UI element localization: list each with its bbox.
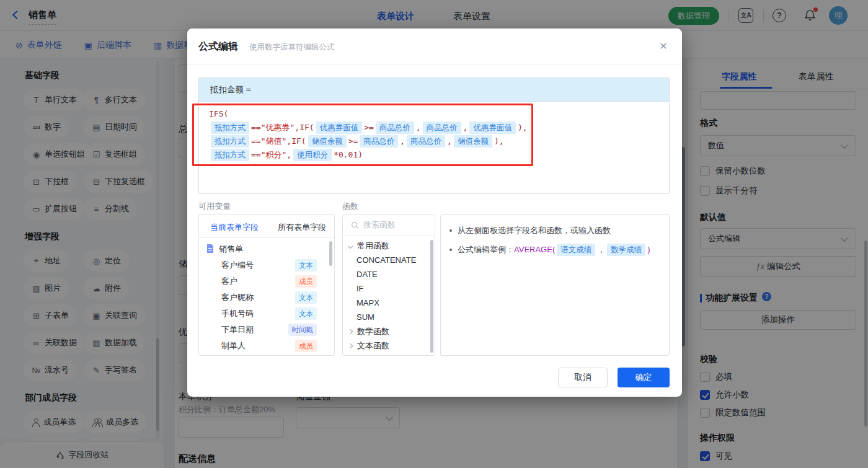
dialog-title: 公式编辑 [198, 40, 238, 53]
functions-scrollbar-thumb[interactable] [430, 240, 433, 353]
formula-string: "积分" [261, 148, 287, 162]
formula-code-text: == [251, 135, 261, 148]
formula-code-text: ), [494, 135, 504, 148]
variables-root-label: 销售单 [219, 244, 243, 255]
formula-code-text: , [286, 148, 291, 162]
tip-item: 从左侧面板选择字段名和函数，或输入函数 [450, 224, 660, 237]
field-chip: 语文成绩 [557, 244, 595, 256]
variables-panel: 当前表单字段 所有表单字段 销售单客户编号文本客户成员客户昵称文本手机号码文本下… [198, 214, 335, 356]
variable-row[interactable]: 手机号码文本 [199, 306, 334, 322]
function-item[interactable]: DATE [343, 267, 435, 281]
formula-line: 抵扣方式=="优惠券",IF(优惠券面值>=商品总价,商品总价,优惠券面值), [209, 121, 659, 135]
formula-code-text: IFS( [209, 107, 228, 121]
formula-edit-dialog: 公式编辑 使用数字运算符编辑公式 × 抵扣金额 = IFS(抵扣方式=="优惠券… [187, 29, 682, 397]
field-chip[interactable]: 商品总价 [407, 135, 445, 148]
formula-tips-panel: 从左侧面板选择字段名和函数，或输入函数公式编辑举例：AVERAGE(语文成绩，数… [440, 214, 670, 356]
field-chip[interactable]: 抵扣方式 [211, 135, 249, 148]
variable-type-badge: 成员 [295, 340, 317, 352]
field-chip: 数学成绩 [607, 244, 645, 256]
field-chip[interactable]: 抵扣方式 [211, 121, 249, 134]
function-search-input[interactable]: 搜索函数 [343, 215, 435, 236]
functions-tree: 常用函数CONCATENATEDATEIFMAPXSUM数学函数文本函数 [343, 236, 435, 353]
function-group-row[interactable]: 数学函数 [343, 324, 435, 338]
confirm-button[interactable]: 确定 [618, 368, 670, 387]
formula-code-text: , [416, 121, 421, 135]
variable-type-badge: 文本 [295, 291, 317, 304]
field-chip[interactable]: 使用积分 [293, 149, 332, 161]
tip-text: 从左侧面板选择字段名和函数，或输入函数 [458, 224, 611, 237]
field-chip[interactable]: 商品总价 [423, 121, 461, 134]
formula-line: IFS( [209, 107, 659, 121]
variable-name: 手机号码 [221, 308, 295, 319]
field-chip[interactable]: 优惠券面值 [469, 121, 516, 134]
formula-code[interactable]: IFS(抵扣方式=="优惠券",IF(优惠券面值>=商品总价,商品总价,优惠券面… [199, 102, 669, 167]
formula-line: 抵扣方式=="积分",使用积分*0.01) [209, 148, 659, 162]
variables-tabs: 当前表单字段 所有表单字段 [199, 215, 334, 238]
functions-label: 函数 [342, 201, 358, 212]
formula-code-text: , [400, 135, 405, 148]
variable-row[interactable]: 下单日期时间戳 [199, 322, 334, 338]
variables-tree: 销售单客户编号文本客户成员客户昵称文本手机号码文本下单日期时间戳制单人成员 [199, 241, 334, 354]
formula-code-text: ,IF( [294, 121, 314, 135]
field-chip[interactable]: 储值余额 [308, 135, 347, 148]
close-icon[interactable]: × [660, 38, 667, 53]
formula-editor[interactable]: 抵扣金额 = IFS(抵扣方式=="优惠券",IF(优惠券面值>=商品总价,商品… [198, 77, 670, 194]
tip-text: 公式编辑举例：AVERAGE(语文成绩，数学成绩) [458, 243, 650, 257]
formula-code-text: >= [364, 121, 374, 135]
formula-string: "储值" [261, 135, 287, 148]
formula-code-text: ,IF( [286, 135, 306, 148]
function-group-row[interactable]: 常用函数 [343, 239, 435, 253]
function-group-row[interactable]: 文本函数 [343, 338, 435, 353]
formula-code-text: *0.01) [334, 148, 363, 162]
field-chip[interactable]: 优惠券面值 [316, 121, 363, 134]
tip-plain: ， [597, 245, 605, 254]
chevron-down-icon [348, 243, 353, 248]
variable-type-badge: 成员 [295, 275, 317, 288]
variable-row[interactable]: 客户昵称文本 [199, 289, 334, 306]
variable-row[interactable]: 客户编号文本 [199, 257, 334, 273]
function-group-label: 常用函数 [357, 241, 389, 252]
tab-all-form-fields[interactable]: 所有表单字段 [278, 222, 326, 233]
function-item[interactable]: IF [343, 281, 435, 296]
function-item[interactable]: MAPX [343, 296, 435, 310]
variable-row[interactable]: 制单人成员 [199, 338, 334, 354]
tips-list: 从左侧面板选择字段名和函数，或输入函数公式编辑举例：AVERAGE(语文成绩，数… [441, 215, 669, 257]
formula-line: 抵扣方式=="储值",IF(储值余额>=商品总价,商品总价,储值余额), [209, 135, 659, 148]
tip-item: 公式编辑举例：AVERAGE(语文成绩，数学成绩) [450, 243, 660, 257]
tip-plain: 从左侧面板选择字段名和函数，或输入函数 [458, 226, 611, 235]
variable-type-badge: 文本 [295, 307, 317, 320]
formula-string: "优惠券" [261, 121, 295, 135]
bullet-dot [450, 229, 452, 232]
variable-name: 客户昵称 [221, 292, 295, 303]
field-chip[interactable]: 抵扣方式 [211, 149, 249, 161]
search-placeholder: 搜索函数 [363, 219, 396, 231]
field-chip[interactable]: 商品总价 [360, 135, 398, 148]
variable-name: 下单日期 [221, 324, 288, 335]
field-chip[interactable]: 商品总价 [376, 121, 414, 134]
variable-name: 客户编号 [221, 260, 295, 271]
formula-code-text: == [251, 121, 261, 135]
search-icon [351, 221, 359, 229]
variable-name: 制单人 [221, 340, 295, 351]
function-name: AVERAGE( [514, 245, 555, 254]
chevron-right-icon [348, 343, 353, 348]
function-item[interactable]: SUM [343, 310, 435, 324]
formula-code-text: >= [348, 135, 358, 148]
variables-scrollbar-thumb[interactable] [329, 241, 332, 266]
variable-row[interactable]: 客户成员 [199, 273, 334, 289]
bullet-dot [450, 249, 452, 251]
variable-type-badge: 时间戳 [288, 324, 317, 336]
form-doc-icon [206, 244, 214, 255]
function-name: ) [647, 245, 650, 254]
variable-name: 客户 [221, 276, 295, 287]
chevron-right-icon [348, 329, 353, 333]
function-group-label: 数学函数 [357, 326, 389, 337]
tip-plain: 公式编辑举例： [458, 245, 514, 254]
tab-current-form-fields[interactable]: 当前表单字段 [210, 222, 259, 233]
cancel-button[interactable]: 取消 [558, 368, 608, 387]
variable-type-badge: 文本 [295, 259, 317, 272]
function-item[interactable]: CONCATENATE [343, 253, 435, 267]
field-chip[interactable]: 储值余额 [454, 135, 492, 148]
formula-code-text: == [251, 148, 261, 162]
variables-root-row[interactable]: 销售单 [199, 241, 334, 257]
